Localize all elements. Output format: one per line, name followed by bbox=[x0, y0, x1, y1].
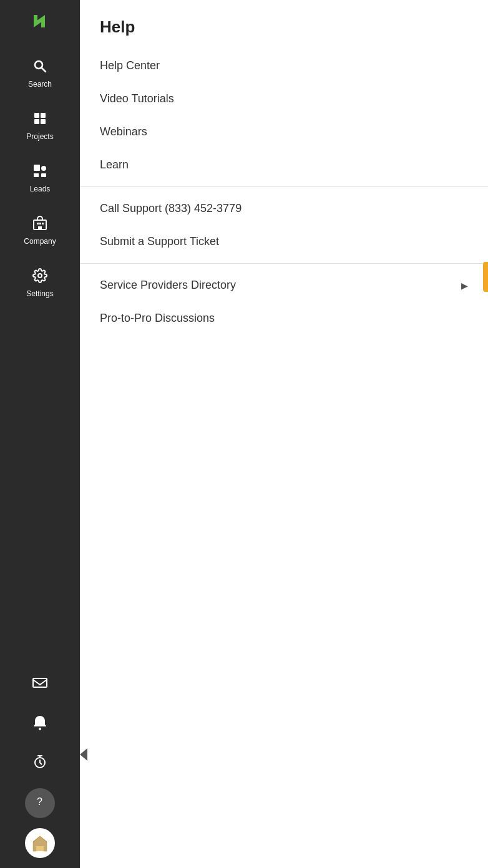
webinars-item[interactable]: Webinars bbox=[80, 115, 488, 148]
pro-to-pro-item[interactable]: Pro-to-Pro Discussions bbox=[80, 302, 488, 335]
svg-line-1 bbox=[42, 68, 46, 72]
company-icon bbox=[32, 216, 47, 233]
messages-icon bbox=[32, 675, 48, 695]
svg-rect-6 bbox=[34, 165, 40, 171]
chevron-right-icon: ▶ bbox=[461, 281, 468, 291]
svg-rect-10 bbox=[37, 223, 39, 224]
sidebar-arrow bbox=[80, 748, 87, 761]
sidebar-item-label-projects: Projects bbox=[26, 132, 53, 141]
divider-1 bbox=[80, 186, 488, 187]
sidebar: Search Projects bbox=[0, 0, 80, 868]
leads-icon bbox=[32, 163, 47, 181]
help-panel: Help Help Center Video Tutorials Webinar… bbox=[80, 0, 488, 868]
settings-icon bbox=[32, 268, 47, 286]
svg-text:?: ? bbox=[37, 796, 42, 807]
sidebar-nav: Search Projects bbox=[0, 47, 80, 309]
video-tutorials-item[interactable]: Video Tutorials bbox=[80, 82, 488, 115]
submit-ticket-item[interactable]: Submit a Support Ticket bbox=[80, 225, 488, 258]
help-icon: ? bbox=[34, 796, 46, 811]
svg-point-16 bbox=[39, 728, 41, 730]
divider-2 bbox=[80, 263, 488, 264]
sidebar-item-label-search: Search bbox=[28, 80, 52, 89]
sidebar-item-notifications[interactable] bbox=[0, 706, 80, 743]
sidebar-item-label-company: Company bbox=[24, 237, 56, 246]
svg-rect-15 bbox=[33, 678, 47, 687]
sidebar-item-messages[interactable] bbox=[0, 666, 80, 703]
learn-item[interactable]: Learn bbox=[80, 148, 488, 181]
sidebar-item-search[interactable]: Search bbox=[0, 47, 80, 100]
sidebar-item-company[interactable]: Company bbox=[0, 205, 80, 257]
service-providers-item[interactable]: Service Providers Directory ▶ bbox=[80, 269, 488, 302]
sidebar-item-projects[interactable]: Projects bbox=[0, 100, 80, 152]
sidebar-item-leads[interactable]: Leads bbox=[0, 152, 80, 205]
accent-bar bbox=[483, 262, 488, 292]
svg-rect-11 bbox=[39, 223, 41, 224]
svg-rect-2 bbox=[34, 113, 39, 118]
help-button[interactable]: ? bbox=[25, 788, 55, 818]
help-panel-title: Help bbox=[80, 0, 488, 49]
main-content: Help Help Center Video Tutorials Webinar… bbox=[80, 0, 488, 868]
help-center-item[interactable]: Help Center bbox=[80, 49, 488, 82]
notifications-icon bbox=[32, 715, 47, 735]
sidebar-item-label-settings: Settings bbox=[26, 289, 53, 298]
houzz-profile-badge[interactable] bbox=[25, 828, 55, 858]
timer-icon bbox=[32, 755, 47, 773]
sidebar-item-settings[interactable]: Settings bbox=[0, 257, 80, 309]
sidebar-item-timer[interactable] bbox=[0, 746, 80, 782]
svg-rect-5 bbox=[41, 119, 46, 124]
svg-point-14 bbox=[38, 274, 42, 277]
svg-point-7 bbox=[41, 166, 46, 171]
sidebar-item-label-leads: Leads bbox=[30, 185, 51, 193]
projects-icon bbox=[32, 111, 47, 128]
search-icon bbox=[32, 59, 47, 76]
svg-rect-4 bbox=[34, 119, 39, 124]
svg-rect-8 bbox=[41, 173, 46, 177]
sidebar-bottom: ? bbox=[0, 666, 80, 868]
svg-rect-3 bbox=[41, 113, 46, 118]
svg-rect-13 bbox=[38, 226, 42, 229]
call-support-item[interactable]: Call Support (833) 452-3779 bbox=[80, 192, 488, 225]
service-providers-label: Service Providers Directory bbox=[100, 279, 236, 292]
logo[interactable] bbox=[26, 7, 54, 35]
svg-rect-12 bbox=[42, 223, 44, 224]
